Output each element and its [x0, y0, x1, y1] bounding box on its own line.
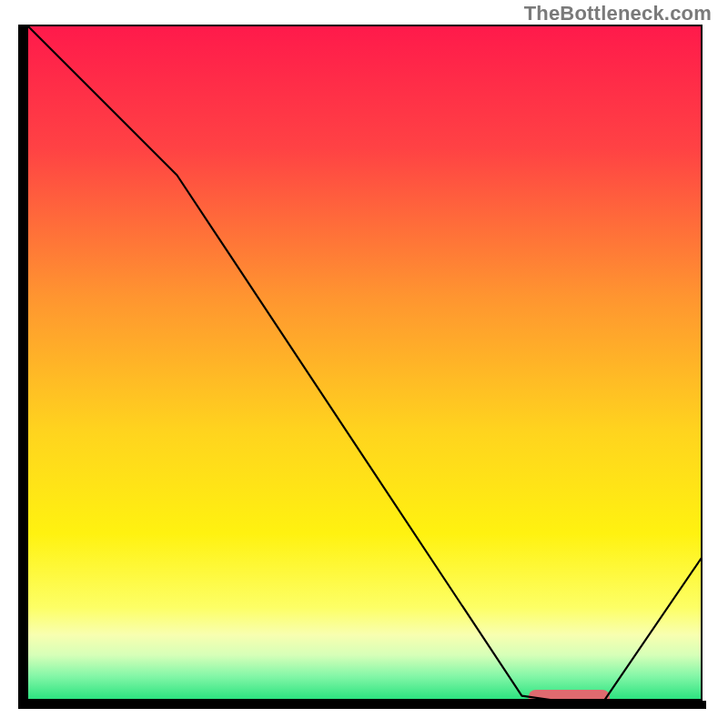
chart-svg: [28, 26, 701, 699]
x-axis: [18, 701, 706, 709]
y-axis: [18, 25, 26, 703]
attribution-text: TheBottleneck.com: [524, 2, 712, 25]
chart-container: TheBottleneck.com: [0, 0, 728, 728]
plot-inner: [28, 26, 701, 699]
plot-area: [26, 25, 703, 701]
